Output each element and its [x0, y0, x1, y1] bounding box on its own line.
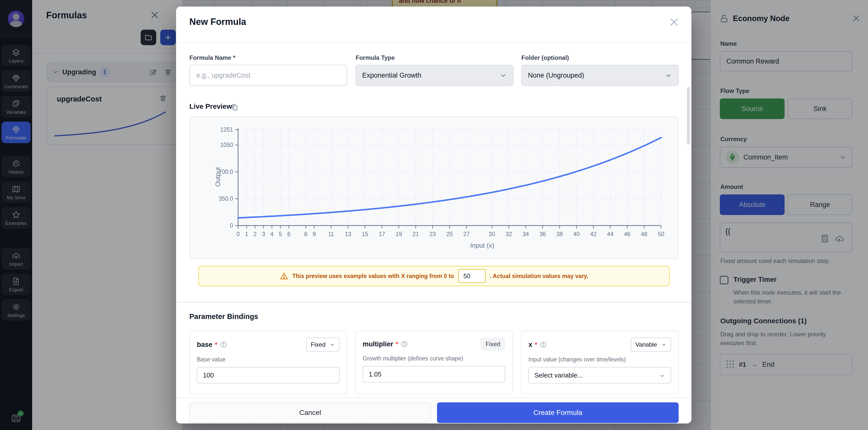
modal-scrollbar[interactable]	[687, 87, 690, 145]
preview-warning: This preview uses example values with X …	[198, 266, 670, 286]
svg-text:46: 46	[624, 231, 630, 237]
svg-text:6: 6	[287, 231, 290, 237]
svg-text:8: 8	[304, 231, 307, 237]
preview-range-input[interactable]: 50	[458, 269, 486, 283]
param-value-input[interactable]: 100	[197, 367, 340, 383]
param-card-x: x * Variable Input value (changes over t…	[521, 331, 679, 394]
svg-text:27: 27	[463, 231, 470, 237]
svg-text:48: 48	[641, 231, 648, 237]
required-asterisk: *	[535, 341, 537, 349]
svg-text:4: 4	[270, 231, 274, 237]
param-description: Growth multiplier (defines curve shape)	[363, 355, 505, 362]
formula-type-value: Exponential Growth	[362, 71, 422, 80]
svg-text:50: 50	[658, 231, 664, 237]
folder-value: None (Ungrouped)	[528, 71, 584, 80]
svg-text:1: 1	[245, 231, 248, 237]
svg-text:30: 30	[489, 231, 495, 237]
svg-text:17: 17	[379, 231, 385, 237]
svg-text:11: 11	[328, 231, 334, 237]
svg-text:5: 5	[279, 231, 282, 237]
svg-text:32: 32	[505, 231, 512, 237]
svg-text:40: 40	[573, 231, 580, 237]
divider	[176, 397, 691, 398]
binding-mode-select[interactable]: Fixed	[306, 338, 340, 351]
folder-select[interactable]: None (Ungrouped)	[521, 65, 679, 86]
svg-text:0: 0	[237, 231, 240, 237]
required-asterisk: *	[215, 341, 217, 349]
required-asterisk: *	[396, 340, 398, 348]
svg-text:44: 44	[607, 231, 614, 237]
svg-text:2: 2	[253, 231, 257, 237]
svg-text:Input (x): Input (x)	[470, 242, 494, 249]
divider	[176, 42, 691, 43]
folder-label: Folder (optional)	[521, 54, 569, 61]
parameter-bindings-heading: Parameter Bindings	[189, 312, 258, 321]
live-preview-chart: 0123456891113151719212325273032343638404…	[189, 116, 679, 259]
chevron-down-icon	[665, 72, 672, 79]
svg-text:350.0: 350.0	[218, 195, 233, 202]
copy-icon[interactable]	[231, 103, 238, 111]
formula-name-placeholder: e.g., upgradeCost	[196, 71, 250, 80]
svg-text:3: 3	[262, 231, 265, 237]
svg-text:13: 13	[345, 231, 351, 237]
formula-type-select[interactable]: Exponential Growth	[355, 65, 514, 86]
create-formula-button[interactable]: Create Formula	[437, 402, 679, 423]
chevron-down-icon	[330, 342, 335, 347]
svg-text:9: 9	[313, 231, 316, 237]
chevron-down-icon	[659, 372, 665, 378]
close-icon[interactable]	[669, 17, 679, 27]
svg-text:25: 25	[446, 231, 453, 237]
chevron-down-icon	[500, 72, 507, 79]
svg-text:Output: Output	[214, 167, 221, 187]
modal-title: New Formula	[189, 17, 246, 27]
svg-text:36: 36	[539, 231, 546, 237]
formula-name-input[interactable]: e.g., upgradeCost	[189, 65, 347, 86]
formula-name-label: Formula Name *	[189, 54, 235, 61]
live-preview-heading: Live Preview	[189, 102, 232, 111]
param-name: x	[528, 341, 532, 349]
info-icon[interactable]	[220, 341, 227, 348]
new-formula-modal: New Formula Formula Name * e.g., upgrade…	[176, 6, 691, 424]
preview-chart-svg: 0123456891113151719212325273032343638404…	[190, 117, 678, 258]
svg-text:0: 0	[230, 222, 233, 229]
svg-text:34: 34	[522, 231, 529, 237]
svg-text:1251: 1251	[220, 126, 233, 133]
info-icon[interactable]	[401, 341, 408, 348]
svg-text:23: 23	[430, 231, 436, 237]
variable-select[interactable]: Select variable...	[528, 367, 671, 383]
svg-text:15: 15	[362, 231, 368, 237]
formula-type-label: Formula Type	[355, 54, 395, 61]
param-name: base	[197, 341, 213, 349]
param-name: multiplier	[363, 340, 393, 348]
warning-text-suffix: . Actual simulation values may vary.	[490, 273, 588, 280]
svg-text:38: 38	[556, 231, 563, 237]
info-icon[interactable]	[540, 341, 547, 348]
svg-text:42: 42	[590, 231, 597, 237]
param-value-input[interactable]: 1.05	[363, 366, 505, 382]
chevron-down-icon	[661, 342, 666, 347]
warning-icon	[280, 272, 288, 280]
param-card-multiplier: multiplier * Fixed Growth multiplier (de…	[355, 331, 513, 394]
param-description: Base value	[197, 356, 340, 363]
svg-text:21: 21	[412, 231, 419, 237]
binding-mode-select[interactable]: Variable	[631, 338, 671, 351]
divider	[176, 302, 691, 303]
param-card-base: base * Fixed Base value 100	[189, 331, 347, 394]
svg-text:1050: 1050	[220, 142, 233, 148]
param-description: Input value (changes over time/levels)	[528, 356, 671, 363]
svg-text:19: 19	[396, 231, 402, 237]
cancel-button[interactable]: Cancel	[189, 402, 431, 423]
binding-mode-badge: Fixed	[480, 338, 505, 350]
warning-text-prefix: This preview uses example values with X …	[292, 273, 454, 280]
